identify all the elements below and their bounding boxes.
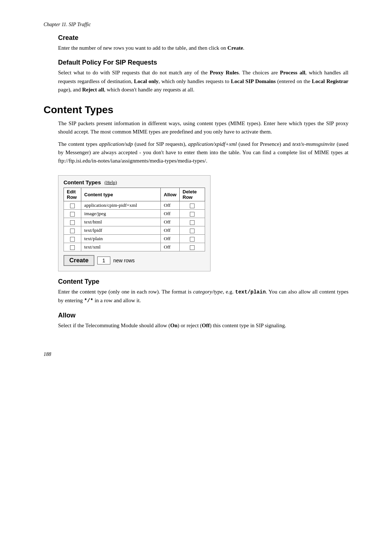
table-row: text/html Off bbox=[64, 218, 205, 226]
col-content-type: Content type bbox=[81, 188, 161, 201]
content-type-4: text/plain bbox=[81, 235, 161, 243]
table-title: Content Types bbox=[64, 179, 101, 185]
table-row: image/jpeg Off bbox=[64, 210, 205, 218]
content-types-intro1: The SIP packets present information in d… bbox=[58, 119, 348, 136]
example-code-textplain: text/plain bbox=[235, 289, 266, 295]
default-policy-heading: Default Policy For SIP Requests bbox=[58, 59, 348, 66]
delete-checkbox-1[interactable] bbox=[190, 212, 195, 217]
default-policy-body: Select what to do with SIP requests that… bbox=[58, 69, 348, 94]
content-types-table-container: Content Types (Help) Edit Row Content ty… bbox=[58, 175, 211, 271]
allow-5: Off bbox=[161, 243, 180, 251]
allow-4: Off bbox=[161, 235, 180, 243]
edit-checkbox-1[interactable] bbox=[70, 212, 75, 217]
create-button[interactable]: Create bbox=[64, 255, 94, 266]
table-help-link[interactable]: (Help) bbox=[105, 180, 117, 185]
allow-1: Off bbox=[161, 210, 180, 218]
allow-2: Off bbox=[161, 218, 180, 226]
content-type-0: application/cpim-pidf+xml bbox=[81, 201, 161, 210]
edit-checkbox-2[interactable] bbox=[70, 220, 75, 225]
new-rows-label: new rows bbox=[113, 258, 135, 263]
content-type-3: text/lpidf bbox=[81, 226, 161, 235]
delete-checkbox-5[interactable] bbox=[190, 245, 195, 250]
content-type-5: text/xml bbox=[81, 243, 161, 251]
col-allow: Allow bbox=[161, 188, 180, 201]
allow-sub-heading: Allow bbox=[58, 312, 348, 319]
allow-0: Off bbox=[161, 201, 180, 210]
delete-checkbox-0[interactable] bbox=[190, 204, 195, 208]
delete-checkbox-3[interactable] bbox=[190, 229, 195, 233]
col-delete-row: Delete Row bbox=[180, 188, 205, 201]
table-row: text/plain Off bbox=[64, 235, 205, 243]
edit-checkbox-3[interactable] bbox=[70, 229, 75, 233]
delete-checkbox-4[interactable] bbox=[190, 237, 195, 242]
create-heading: Create bbox=[58, 34, 348, 42]
allow-sub-body: Select if the Telecommuting Module shoul… bbox=[58, 321, 348, 330]
page-number: 188 bbox=[44, 352, 348, 357]
content-types-table: Edit Row Content type Allow Delete Row a… bbox=[64, 188, 205, 251]
allow-3: Off bbox=[161, 226, 180, 235]
content-type-sub-heading: Content Type bbox=[58, 278, 348, 286]
content-type-1: image/jpeg bbox=[81, 210, 161, 218]
edit-checkbox-5[interactable] bbox=[70, 245, 75, 250]
content-type-2: text/html bbox=[81, 218, 161, 226]
table-row: text/xml Off bbox=[64, 243, 205, 251]
example-code-wildcard: */* bbox=[84, 298, 93, 304]
content-types-heading: Content Types bbox=[44, 104, 348, 116]
delete-checkbox-2[interactable] bbox=[190, 220, 195, 225]
table-row: text/lpidf Off bbox=[64, 226, 205, 235]
col-edit-row: Edit Row bbox=[64, 188, 81, 201]
table-row: application/cpim-pidf+xml Off bbox=[64, 201, 205, 210]
chapter-title: Chapter 11. SIP Traffic bbox=[44, 22, 348, 28]
edit-checkbox-0[interactable] bbox=[70, 204, 75, 208]
content-type-sub-body: Enter the content type (only one in each… bbox=[58, 288, 348, 305]
content-types-intro2: The content types application/sdp (used … bbox=[58, 140, 348, 165]
create-body: Enter the number of new rows you want to… bbox=[58, 44, 348, 52]
edit-checkbox-4[interactable] bbox=[70, 237, 75, 242]
new-rows-input[interactable] bbox=[97, 257, 110, 264]
